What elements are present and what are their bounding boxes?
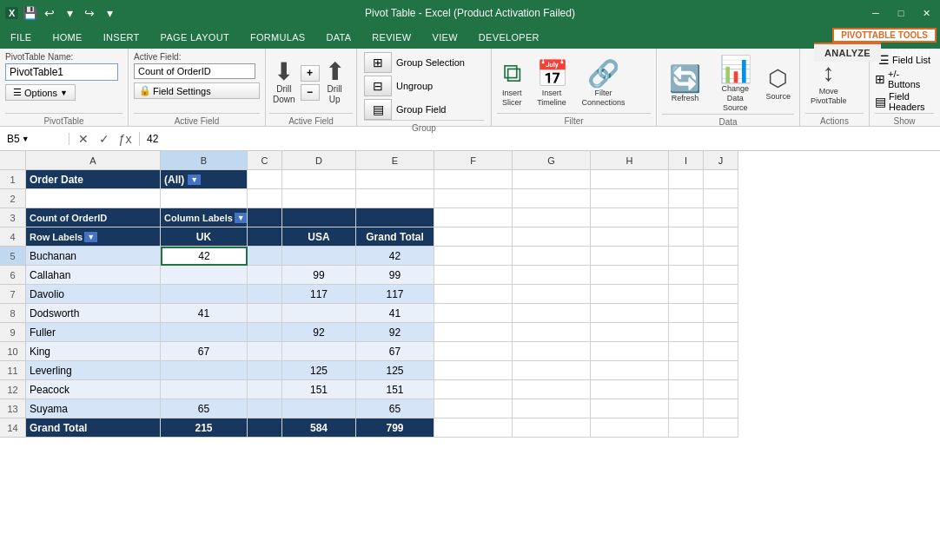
tab-formulas[interactable]: FORMULAS [240,26,316,49]
cell-D8[interactable] [282,304,356,323]
headers-button[interactable]: ▤ Field Headers [875,91,934,112]
col-header-G[interactable]: G [513,151,591,170]
tab-developer[interactable]: DEVELOPER [468,26,550,49]
cell-E13[interactable]: 65 [356,399,434,418]
tab-home[interactable]: HOME [42,26,92,49]
cell-E14[interactable]: 799 [356,418,434,438]
cell-D1[interactable] [282,170,356,189]
cell-E6[interactable]: 99 [356,266,434,285]
cell-C12[interactable] [248,380,282,399]
cell-B7[interactable] [161,285,248,304]
cell-reference-box[interactable]: B5 ▼ [0,133,70,145]
cell-C6[interactable] [248,266,282,285]
active-field-input[interactable] [134,63,255,79]
cell-B2[interactable] [161,189,248,208]
cell-A3[interactable]: Count of OrderID [26,208,161,227]
group-field-button[interactable]: ▤ Group Field [364,99,484,120]
cell-D4[interactable]: USA [282,227,356,247]
cell-E9[interactable]: 92 [356,323,434,342]
cell-B8[interactable]: 41 [161,304,248,323]
refresh-button[interactable]: 🔄 Refresh [662,62,708,105]
cell-E12[interactable]: 151 [356,380,434,399]
cell-A8[interactable]: Dodsworth [26,304,161,323]
cell-C10[interactable] [248,342,282,361]
insert-timeline-button[interactable]: 📅 InsertTimeline [531,56,573,109]
cell-B13[interactable]: 65 [161,399,248,418]
move-pivottable-button[interactable]: ↕ MovePivotTable [805,57,852,108]
tab-file[interactable]: FILE [0,26,42,49]
cell-ref-dropdown[interactable]: ▼ [22,135,30,143]
tab-data[interactable]: DATA [315,26,361,49]
cell-B11[interactable] [161,361,248,380]
cell-A11[interactable]: Leverling [26,361,161,380]
tab-design[interactable]: DESIGN [881,43,940,62]
cell-C3[interactable] [248,208,282,227]
cell-A1[interactable]: Order Date [26,170,161,189]
formula-insert-function[interactable]: ƒx [116,132,134,146]
col-header-D[interactable]: D [282,151,356,170]
cell-C5[interactable] [248,247,282,266]
more-data-button[interactable]: ⬡ Source [762,63,794,103]
cell-E5[interactable]: 42 [356,247,434,266]
cell-A6[interactable]: Callahan [26,266,161,285]
expand-plus-button[interactable]: + [301,65,320,82]
save-button[interactable]: 💾 [21,6,38,20]
cell-A7[interactable]: Davolio [26,285,161,304]
cell-C11[interactable] [248,361,282,380]
cell-B14[interactable]: 215 [161,418,248,438]
cell-A4[interactable]: Row Labels ▼ [26,227,161,247]
cell-C4[interactable] [248,227,282,247]
cell-D10[interactable] [282,342,356,361]
cell-A5[interactable]: Buchanan [26,247,161,266]
cell-B12[interactable] [161,380,248,399]
col-header-I[interactable]: I [669,151,704,170]
cell-E2[interactable] [356,189,434,208]
cell-D3[interactable] [282,208,356,227]
customize-quick-access[interactable]: ▾ [101,6,118,20]
cell-E10[interactable]: 67 [356,342,434,361]
cell-E4[interactable]: Grand Total [356,227,434,247]
cell-B10[interactable]: 67 [161,342,248,361]
cell-A2[interactable] [26,189,161,208]
cell-A10[interactable]: King [26,342,161,361]
cell-E8[interactable]: 41 [356,304,434,323]
cell-C7[interactable] [248,285,282,304]
cell-D12[interactable]: 151 [282,380,356,399]
col-header-J[interactable]: J [704,151,738,170]
cell-D13[interactable] [282,399,356,418]
tab-page-layout[interactable]: PAGE LAYOUT [150,26,240,49]
cell-E1[interactable] [356,170,434,189]
buttons-button[interactable]: ⊞ +/- Buttons [875,69,934,89]
cell-B4[interactable]: UK [161,227,248,247]
col-header-F[interactable]: F [434,151,513,170]
cell-A12[interactable]: Peacock [26,380,161,399]
cell-D14[interactable]: 584 [282,418,356,438]
restore-button[interactable]: □ [889,4,913,22]
formula-confirm-button[interactable]: ✓ [96,132,113,146]
pivottable-name-input[interactable] [5,63,118,81]
cell-C13[interactable] [248,399,282,418]
filter-connections-button[interactable]: 🔗 FilterConnections [577,56,631,109]
tab-review[interactable]: REVIEW [361,26,421,49]
cell-C2[interactable] [248,189,282,208]
change-data-source-button[interactable]: 📊 Change DataSource [712,52,758,114]
field-settings-button[interactable]: 🔒 Field Settings [134,82,260,99]
cell-B5[interactable]: 42 [161,247,248,266]
insert-slicer-button[interactable]: ⧉ InsertSlicer [497,56,527,109]
collapse-minus-button[interactable]: − [301,84,320,101]
undo-button[interactable]: ↩ [41,6,58,20]
drill-up-button[interactable]: ⬆ DrillUp [321,58,348,107]
cell-A9[interactable]: Fuller [26,323,161,342]
group-selection-button[interactable]: ⊞ Group Selection [364,52,484,73]
cell-D2[interactable] [282,189,356,208]
cell-C14[interactable] [248,418,282,438]
cell-D5[interactable] [282,247,356,266]
cell-A13[interactable]: Suyama [26,399,161,418]
cell-E3[interactable] [356,208,434,227]
cell-B1[interactable]: (All) ▼ [161,170,248,189]
undo-dropdown[interactable]: ▾ [61,6,78,20]
col-header-E[interactable]: E [356,151,434,170]
close-button[interactable]: ✕ [914,4,938,22]
tab-analyze[interactable]: ANALYZE [814,43,881,62]
cell-B3[interactable]: Column Labels ▼ [161,208,248,227]
